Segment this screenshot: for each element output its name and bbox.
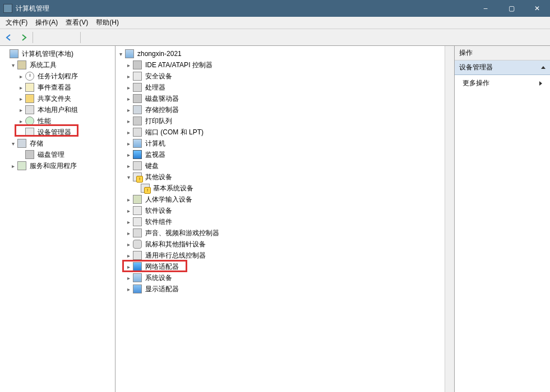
device-system-devices[interactable]: ▸系统设备 — [117, 272, 452, 283]
tree-task-scheduler[interactable]: ▸任务计划程序 — [1, 71, 113, 82]
device-other-child[interactable]: ▸基本系统设备 — [117, 183, 452, 194]
tree-label: 共享文件夹 — [36, 94, 73, 104]
tree-label: 本地用户和组 — [36, 105, 80, 115]
device-network-adapters[interactable]: ▸网络适配器 — [117, 261, 452, 272]
device-storage-ctrl[interactable]: ▸存储控制器 — [117, 104, 452, 115]
actions-header-label: 操作 — [459, 49, 473, 57]
device-display-adapters[interactable]: ▸显示适配器 — [117, 283, 452, 295]
window-title: 计算机管理 — [16, 4, 473, 13]
clock-icon — [25, 72, 34, 81]
actions-more[interactable]: 更多操作 — [455, 75, 550, 91]
software-device-icon — [133, 206, 142, 215]
properties-button[interactable] — [50, 31, 63, 44]
tree-label: 事件查看器 — [36, 82, 73, 93]
tree-label: 磁盘管理 — [36, 150, 66, 160]
tree-label: 系统设备 — [144, 273, 174, 283]
tree-label: zhongxin-2021 — [136, 49, 183, 58]
forward-arrow-icon — [20, 34, 27, 41]
tree-root-computer-management[interactable]: ▾计算机管理(本地) — [1, 48, 113, 59]
forward-button[interactable] — [17, 31, 30, 44]
device-cpu[interactable]: ▸处理器 — [117, 82, 452, 93]
device-hid[interactable]: ▸人体学输入设备 — [117, 194, 452, 205]
tree-label: IDE ATA/ATAPI 控制器 — [144, 60, 214, 71]
cpu-icon — [133, 83, 142, 92]
tree-event-viewer[interactable]: ▸事件查看器 — [1, 82, 113, 93]
port-icon — [133, 128, 142, 137]
device-print-queue[interactable]: ▸打印队列 — [117, 115, 452, 127]
scope-pane[interactable]: ▾计算机管理(本地) ▾系统工具 ▸任务计划程序 ▸事件查看器 ▸共享文件夹 ▸… — [0, 46, 115, 392]
computer-icon — [125, 49, 134, 58]
tree-label: 打印队列 — [144, 116, 174, 127]
device-ports[interactable]: ▸端口 (COM 和 LPT) — [117, 127, 452, 138]
tree-label: 磁盘驱动器 — [144, 94, 181, 104]
close-button[interactable]: ✕ — [524, 0, 550, 17]
menu-file-label: 文件(F) — [6, 18, 27, 26]
chevron-right-icon — [539, 81, 542, 86]
actions-selected-node[interactable]: 设备管理器 — [455, 60, 550, 75]
event-icon — [25, 83, 34, 92]
tree-local-users[interactable]: ▸本地用户和组 — [1, 104, 113, 115]
tree-label: 端口 (COM 和 LPT) — [144, 127, 205, 138]
maximize-button[interactable]: ▢ — [498, 0, 524, 17]
storage-icon — [17, 139, 26, 148]
device-other[interactable]: ▾其他设备 — [117, 171, 452, 183]
tree-label: 软件设备 — [144, 206, 174, 216]
app-icon — [3, 4, 12, 13]
tree-services-apps[interactable]: ▸服务和应用程序 — [1, 160, 113, 171]
tree-device-manager[interactable]: ▸设备管理器 — [1, 127, 113, 138]
tree-label: 声音、视频和游戏控制器 — [144, 228, 221, 239]
menu-action[interactable]: 操作(A) — [32, 17, 61, 29]
device-security[interactable]: ▸安全设备 — [117, 71, 452, 82]
device-keyboard[interactable]: ▸键盘 — [117, 160, 452, 171]
network-icon — [133, 262, 142, 271]
menu-action-label: 操作(A) — [35, 18, 58, 26]
device-computer[interactable]: ▸计算机 — [117, 138, 452, 149]
toolbar-separator — [33, 32, 33, 43]
display-adapter-icon — [133, 284, 142, 293]
device-sound[interactable]: ▸声音、视频和游戏控制器 — [117, 227, 452, 239]
tree-label: 显示适配器 — [144, 284, 181, 295]
tree-label: 存储控制器 — [144, 105, 181, 115]
tree-label: 设备管理器 — [36, 127, 73, 138]
device-tree: ▾zhongxin-2021 ▸IDE ATA/ATAPI 控制器 ▸安全设备 … — [115, 47, 454, 296]
back-button[interactable] — [2, 31, 16, 44]
tree-shared-folders[interactable]: ▸共享文件夹 — [1, 93, 113, 104]
performance-icon — [25, 116, 34, 125]
scope-tree: ▾计算机管理(本地) ▾系统工具 ▸任务计划程序 ▸事件查看器 ▸共享文件夹 ▸… — [0, 47, 115, 172]
tree-label: 安全设备 — [144, 71, 174, 82]
help-button[interactable] — [83, 31, 96, 44]
device-ide[interactable]: ▸IDE ATA/ATAPI 控制器 — [117, 59, 452, 71]
printer-icon — [133, 116, 142, 125]
tree-performance[interactable]: ▸性能 — [1, 115, 113, 127]
up-button[interactable] — [35, 31, 49, 44]
main-panes: ▾计算机管理(本地) ▾系统工具 ▸任务计划程序 ▸事件查看器 ▸共享文件夹 ▸… — [0, 46, 550, 392]
sound-icon — [133, 228, 142, 237]
disk-icon — [25, 150, 34, 159]
disk-drive-icon — [133, 94, 142, 103]
hid-icon — [133, 195, 142, 204]
tree-storage[interactable]: ▾存储 — [1, 138, 113, 149]
minimize-button[interactable]: – — [473, 0, 498, 17]
list-view-button[interactable] — [64, 31, 78, 44]
actions-selected-label: 设备管理器 — [459, 63, 493, 72]
menu-view[interactable]: 查看(V) — [62, 17, 91, 29]
result-pane[interactable]: ▾zhongxin-2021 ▸IDE ATA/ATAPI 控制器 ▸安全设备 … — [115, 46, 455, 392]
tree-label: 监视器 — [144, 150, 167, 160]
device-mouse[interactable]: ▸鼠标和其他指针设备 — [117, 239, 452, 250]
device-monitor[interactable]: ▸监视器 — [117, 149, 452, 160]
device-diskdrive[interactable]: ▸磁盘驱动器 — [117, 93, 452, 104]
toolbar — [0, 29, 550, 46]
tree-label: 系统工具 — [28, 60, 58, 71]
keyboard-icon — [133, 161, 142, 170]
device-usb-controllers[interactable]: ▸通用串行总线控制器 — [117, 250, 452, 261]
tree-system-tools[interactable]: ▾系统工具 — [1, 59, 113, 71]
device-software-devices[interactable]: ▸软件设备 — [117, 205, 452, 216]
users-icon — [25, 105, 34, 114]
device-host[interactable]: ▾zhongxin-2021 — [117, 48, 452, 59]
unknown-device-icon — [141, 184, 150, 193]
menu-file[interactable]: 文件(F) — [2, 17, 31, 29]
device-software-components[interactable]: ▸软件组件 — [117, 216, 452, 227]
tree-disk-management[interactable]: ▸磁盘管理 — [1, 149, 113, 160]
menu-help[interactable]: 帮助(H) — [93, 17, 122, 29]
tree-label: 存储 — [28, 138, 45, 149]
